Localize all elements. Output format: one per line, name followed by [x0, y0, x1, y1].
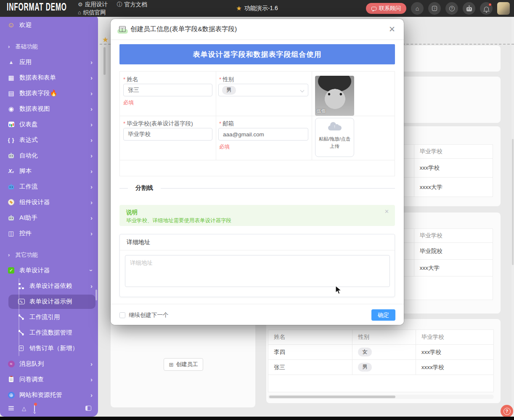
sidebar-item[interactable]: 销售订单（新增）	[0, 340, 98, 356]
sidebar-item[interactable]: ◫控件›	[0, 226, 98, 241]
widget-icon: ◫	[8, 230, 14, 237]
sidebar-item[interactable]: X₂脚本›	[0, 163, 98, 179]
chevron-down-icon	[300, 88, 305, 93]
upload-dropzone[interactable]: 粘贴/拖放/点击 上传	[315, 118, 354, 157]
table-row[interactable]: 张三男xxxx学校	[268, 360, 493, 375]
compass-icon	[7, 199, 16, 205]
table-header-cell: 毕业学校	[416, 330, 493, 344]
form-check-icon: ✓	[7, 267, 16, 274]
topnav-info[interactable]: ⓘ官方文档	[117, 1, 147, 8]
gear-icon: ⚙	[78, 1, 83, 8]
sidebar-item[interactable]: ⊕网站和资源托管›	[0, 387, 98, 403]
table-header-row: 姓名性别毕业学校	[268, 330, 493, 345]
sidebar-item[interactable]: ✓表单设计器›	[0, 263, 98, 278]
sidebar-item[interactable]: ▲应用›	[0, 54, 98, 70]
sidebar-scrollbar-thumb[interactable]	[95, 290, 97, 300]
gender-field-label: *性别	[219, 76, 234, 83]
sidebar-item[interactable]: 问卷调查›	[0, 372, 98, 387]
sidebar-item[interactable]: ☺欢迎	[0, 17, 98, 33]
demo-version-label: 功能演示-1.6	[244, 5, 278, 12]
chevron-right-icon: ›	[90, 152, 93, 159]
sidebar-item[interactable]: ▤数据表字段🔥›	[0, 85, 98, 101]
sidebar-item-label: 数据表视图	[19, 105, 50, 113]
bell-icon	[484, 7, 489, 11]
school-input[interactable]: 毕业学校	[123, 128, 212, 141]
sidebar-notifications[interactable]	[34, 404, 35, 412]
window-scrollbar-thumb[interactable]	[512, 139, 514, 265]
notifications-button[interactable]	[480, 2, 493, 15]
top-nav: ⚙应用设计ⓘ官方文档⌂织信官网	[78, 0, 154, 17]
contact-advisor-button[interactable]: 联系顾问	[366, 3, 406, 14]
modal-title: 创建员工信息(表单字段&数据表字段)	[130, 25, 237, 34]
name-input[interactable]: 张三	[123, 84, 212, 96]
sidebar-item[interactable]: AI助手›	[0, 210, 98, 226]
user-avatar[interactable]	[497, 2, 510, 15]
demo-version-badge[interactable]: ★ 功能演示-1.6	[236, 0, 278, 17]
create-employee-modal: 创建员工信息(表单字段&数据表字段) ✕ 表单设计器字段和数据表字段组合使用 *…	[111, 19, 404, 325]
cloud-upload-icon	[328, 125, 342, 130]
sidebar-item-label: 控件	[19, 229, 32, 237]
sidebar-item[interactable]: 工作流数据管理	[0, 325, 98, 340]
sidebar-item[interactable]: 工作流引用	[0, 309, 98, 325]
view-icon: ◉	[7, 105, 16, 113]
sidebar-item-label: 组件设计器	[19, 198, 50, 206]
feedback-icon: ?	[432, 6, 437, 11]
floating-help-button[interactable]: ?	[501, 405, 513, 417]
sidebar-item[interactable]: 工作流›	[0, 179, 98, 194]
alert-title: 说明	[126, 209, 138, 216]
menu-icon[interactable]	[8, 406, 14, 407]
info-icon: ⓘ	[117, 1, 122, 8]
topnav-gear[interactable]: ⚙应用设计	[78, 1, 108, 8]
close-icon[interactable]: ✕	[384, 208, 389, 215]
vertical-scrollbar-thumb[interactable]	[103, 47, 106, 75]
sidebar-item-label: 问卷调查	[19, 375, 44, 383]
table-icon: ▦	[7, 74, 16, 82]
home-icon: ⌂	[78, 9, 81, 16]
sidebar-item[interactable]: ∿表单设计器示例	[0, 294, 98, 309]
sidebar-group-label: ›其它功能	[0, 247, 98, 263]
sidebar-item[interactable]: { }表达式›	[0, 132, 98, 148]
table-cell: 张三	[268, 360, 352, 375]
sidebar-item-label: 销售订单（新增）	[29, 344, 78, 352]
help-button[interactable]: ?	[445, 2, 458, 15]
close-icon[interactable]: ✕	[389, 25, 395, 33]
create-employee-button[interactable]: ⊞ 创建员工	[164, 358, 203, 371]
sidebar-item[interactable]: ◉数据表视图›	[0, 101, 98, 117]
topnav-home[interactable]: ⌂织信官网	[78, 9, 106, 16]
sidebar-item-label: 应用	[19, 58, 32, 66]
robot-icon	[8, 154, 14, 158]
queue-icon: ≈	[7, 361, 16, 367]
table-hscrollbar-thumb[interactable]	[269, 396, 395, 398]
school-field-label: *毕业学校(表单设计器字段)	[123, 120, 193, 128]
table-cell: xxx大学	[414, 260, 493, 276]
checkbox[interactable]	[119, 312, 125, 318]
sidebar-item[interactable]: 组件设计器›	[0, 194, 98, 210]
home-button[interactable]: ⌂	[411, 2, 424, 15]
collapse-panel-icon[interactable]	[85, 406, 91, 411]
star-icon: ★	[102, 35, 109, 44]
sidebar-item[interactable]: ▦数据表和表单›	[0, 70, 98, 85]
table-row[interactable]: 李四女xxx学校	[268, 345, 493, 360]
chevron-right-icon: ›	[90, 230, 93, 237]
modal-header: 创建员工信息(表单字段&数据表字段) ✕	[111, 19, 404, 40]
email-input[interactable]: aaa@gmail.com	[218, 128, 308, 141]
sidebar-item[interactable]: ≈消息队列›	[0, 356, 98, 372]
employee-photo[interactable]: 伍佰	[315, 76, 354, 116]
sidebar-item-label: AI助手	[19, 214, 37, 222]
sidebar-item-label: 工作流引用	[29, 313, 60, 321]
gender-select[interactable]: 男	[218, 84, 308, 96]
table-cell: xxxx大学	[414, 178, 493, 197]
sidebar-item[interactable]: 仪表盘›	[0, 117, 98, 132]
create-next-checkbox-row[interactable]: 继续创建下一个	[119, 311, 169, 319]
triangle-icon[interactable]: △	[22, 405, 26, 412]
fields-icon: ▤	[8, 90, 14, 97]
feedback-button[interactable]: ?	[428, 2, 441, 15]
app-window: INFORMAT DEMO ⚙应用设计ⓘ官方文档⌂织信官网 ★ 功能演示-1.6…	[0, 0, 514, 420]
address-textarea[interactable]: 详细地址	[125, 255, 390, 287]
checkbox-label: 继续创建下一个	[129, 311, 169, 319]
confirm-button[interactable]: 确定	[371, 309, 395, 321]
assistant-button[interactable]	[463, 2, 475, 15]
sidebar-item[interactable]: 自动化›	[0, 148, 98, 163]
sidebar-item[interactable]: 表单设计器依赖›	[0, 278, 98, 294]
chevron-right-icon: ›	[8, 252, 10, 258]
